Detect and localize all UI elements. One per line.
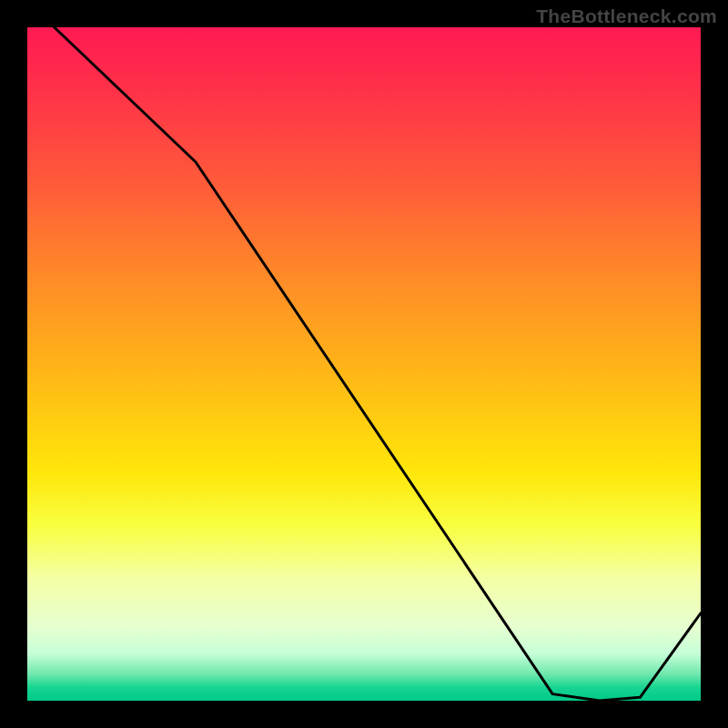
curve-line bbox=[27, 27, 701, 701]
chart-container: TheBottleneck.com bbox=[0, 0, 728, 728]
watermark-text: TheBottleneck.com bbox=[536, 5, 717, 27]
line-plot bbox=[27, 27, 701, 701]
plot-area bbox=[27, 27, 701, 701]
